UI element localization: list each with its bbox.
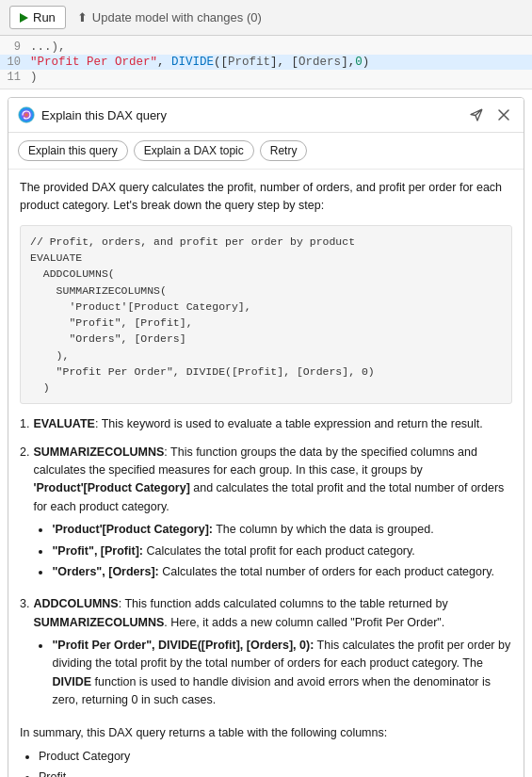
close-button[interactable]	[493, 105, 514, 124]
code-content-10: "Profit Per Order", DIVIDE([Profit], [Or…	[30, 56, 532, 69]
summary-text: In summary, this DAX query returns a tab…	[20, 724, 512, 742]
exp-item-3: 3. ADDCOLUMNS: This function adds calcul…	[20, 595, 512, 714]
exp-item-1: 1. EVALUATE: This keyword is used to eva…	[20, 415, 512, 433]
action-buttons: Explain this query Explain a DAX topic R…	[8, 133, 524, 170]
intro-text: The provided DAX query calculates the pr…	[20, 179, 512, 216]
code-content-9: ...),	[30, 40, 532, 54]
send-button[interactable]	[465, 105, 488, 124]
upload-icon: ⬆	[77, 10, 88, 24]
run-label: Run	[33, 10, 56, 24]
exp-num-2: 2.	[20, 444, 29, 461]
bullet-item: "Profit Per Order", DIVIDE([Profit], [Or…	[52, 637, 512, 710]
summary-bullet-1: Product Category	[39, 748, 512, 766]
bullet-bold: "Profit Per Order", DIVIDE([Profit], [Or…	[52, 639, 314, 652]
code-editor: 9 ...), 10 "Profit Per Order", DIVIDE([P…	[0, 36, 532, 89]
line-number-10: 10	[0, 56, 30, 69]
ai-content: The provided DAX query calculates the pr…	[8, 170, 524, 777]
play-icon	[20, 13, 28, 23]
exp-body-2: SUMMARIZECOLUMNS: This function groups t…	[33, 444, 512, 587]
exp-item-2: 2. SUMMARIZECOLUMNS: This function group…	[20, 444, 512, 587]
exp-keyword-3: ADDCOLUMNS	[33, 597, 118, 610]
update-model-button[interactable]: ⬆ Update model with changes (0)	[77, 10, 262, 24]
exp-body-3: ADDCOLUMNS: This function adds calculate…	[33, 595, 512, 714]
explanation-list: 1. EVALUATE: This keyword is used to eva…	[20, 415, 512, 714]
bullet-item: 'Product'[Product Category]: The column …	[52, 521, 512, 539]
exp-body-1: EVALUATE: This keyword is used to evalua…	[33, 415, 512, 433]
exp-highlight-2: 'Product'[Product Category]	[33, 481, 189, 494]
exp-bullets-3: "Profit Per Order", DIVIDE([Profit], [Or…	[52, 637, 512, 710]
line-number-11: 11	[0, 71, 30, 84]
run-button[interactable]: Run	[9, 6, 66, 29]
bullet-bold: "Orders", [Orders]:	[52, 565, 158, 578]
bullet-bold: "Profit", [Profit]:	[52, 544, 143, 558]
svg-point-0	[19, 107, 35, 123]
explain-dax-button[interactable]: Explain a DAX topic	[134, 140, 254, 161]
bullet-bold-divide: DIVIDE	[52, 675, 91, 688]
ai-panel: Explain this DAX query Explain this quer…	[8, 97, 524, 777]
code-line-9: 9 ...),	[0, 40, 532, 55]
code-line-11: 11 )	[0, 70, 532, 85]
ai-panel-header: Explain this DAX query	[8, 98, 524, 133]
exp-highlight-3: SUMMARIZECOLUMNS	[33, 616, 164, 629]
exp-num-3: 3.	[20, 595, 29, 613]
code-content-11: )	[30, 71, 532, 84]
summary-bullet-2: Profit	[39, 769, 512, 777]
exp-keyword-1: EVALUATE	[33, 417, 95, 430]
toolbar: Run ⬆ Update model with changes (0)	[0, 0, 532, 36]
exp-bullets-2: 'Product'[Product Category]: The column …	[52, 521, 512, 581]
ai-header-actions	[465, 105, 514, 124]
code-line-10: 10 "Profit Per Order", DIVIDE([Profit], …	[0, 55, 532, 70]
close-icon	[497, 108, 510, 121]
update-label: Update model with changes (0)	[92, 10, 262, 24]
explain-query-button[interactable]: Explain this query	[18, 140, 128, 161]
bullet-bold: 'Product'[Product Category]:	[52, 523, 213, 536]
summary-bullet-list: Product Category Profit Orders Profit Pe…	[39, 748, 512, 777]
exp-keyword-2: SUMMARIZECOLUMNS	[33, 445, 164, 459]
bullet-item: "Profit", [Profit]: Calculates the total…	[52, 542, 512, 560]
send-icon	[469, 107, 484, 122]
line-number-9: 9	[0, 40, 30, 54]
retry-button[interactable]: Retry	[260, 140, 308, 161]
bullet-item: "Orders", [Orders]: Calculates the total…	[52, 563, 512, 581]
ai-logo-icon	[18, 106, 35, 123]
dax-code-block: // Profit, orders, and profit per order …	[20, 225, 512, 405]
exp-num-1: 1.	[20, 415, 29, 433]
ai-panel-title: Explain this DAX query	[41, 108, 465, 122]
